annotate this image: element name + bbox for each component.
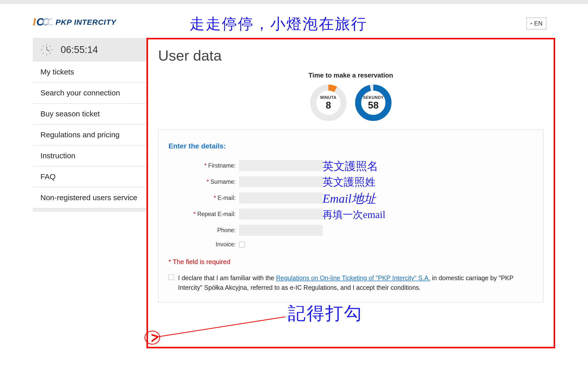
sidebar-item-buy-season[interactable]: Buy season ticket [33,103,146,124]
row-firstname: * Firstname: 英文護照名 [168,160,533,171]
svg-line-8 [43,46,44,47]
sidebar-item-regulations[interactable]: Regulations and pricing [33,124,146,145]
label-repeat-email: * Repeat E-mail: [168,211,239,218]
annotation-email: Email地址 [323,191,376,207]
row-invoice: Invoice: [168,241,533,248]
sidebar-item-faq[interactable]: FAQ [33,166,146,187]
checkbox-declaration[interactable] [168,274,174,280]
annotation-repeat-email: 再填一次email [323,208,385,222]
language-code: EN [534,20,543,27]
row-repeat-email: * Repeat E-mail: 再填一次email [168,209,533,219]
input-phone[interactable] [239,225,323,236]
main-content: User data Time to make a reservation MIN… [146,38,555,348]
svg-text:C: C [47,17,53,28]
label-invoice: Invoice: [168,241,239,248]
page-header: I C C C PKP INTERCITY 走走停停，小燈泡在旅行 ▾ EN [0,4,588,38]
page-title: User data [158,47,544,64]
reservation-timer: Time to make a reservation MINUTA 8 [158,71,544,122]
intercity-logo-icon: I C C C [33,17,53,28]
language-selector[interactable]: ▾ EN [527,18,546,29]
label-firstname: * Firstname: [168,162,239,169]
label-email: * E-mail: [168,195,239,201]
svg-text:I: I [33,17,36,28]
sidebar-item-nonregistered[interactable]: Non-registered users service [33,187,146,208]
timer-label: Time to make a reservation [158,71,544,79]
required-note: * The field is required [168,258,533,266]
input-email[interactable] [239,193,323,203]
row-declaration: I declare that I am familiar with the Re… [168,273,533,292]
row-email: * E-mail: Email地址 [168,193,533,203]
clock-icon [40,43,53,56]
brand-name: PKP INTERCITY [56,18,116,27]
second-unit: SEKUNDY [363,95,384,100]
row-surname: * Surname: 英文護照姓 [168,176,533,187]
svg-line-9 [50,53,51,54]
annotation-firstname: 英文護照名 [323,159,378,174]
sidebar: 06:55:14 My tickets Search your connecti… [33,38,146,212]
minute-unit: MINUTA [320,95,336,100]
label-phone: Phone: [168,227,239,234]
minute-value: 8 [326,100,331,110]
minute-dial: MINUTA 8 [309,84,347,122]
sidebar-item-my-tickets[interactable]: My tickets [33,62,146,83]
sidebar-item-instruction[interactable]: Instruction [33,145,146,166]
annotation-surname: 英文護照姓 [323,175,376,189]
input-repeat-email[interactable] [239,209,323,219]
regulations-link[interactable]: Regulations on On-line Ticketing of "PKP… [276,274,430,281]
row-phone: Phone: [168,225,533,236]
sidebar-footer-bar [33,208,146,212]
handwriting-blog-title: 走走停停，小燈泡在旅行 [189,14,367,34]
chevron-down-icon: ▾ [530,21,532,25]
input-surname[interactable] [239,176,323,187]
form-heading: Enter the details: [168,142,533,150]
browser-topbar [0,0,588,4]
brand-logo[interactable]: I C C C PKP INTERCITY [33,17,116,28]
clock-value: 06:55:14 [61,44,98,55]
declaration-text: I declare that I am familiar with the Re… [178,273,533,292]
input-firstname[interactable] [239,160,323,171]
svg-line-11 [50,46,51,47]
second-dial: SEKUNDY 58 [354,84,392,122]
label-surname: * Surname: [168,178,239,185]
sidebar-clock: 06:55:14 [33,38,146,62]
user-data-form: Enter the details: * Firstname: 英文護照名 * … [158,129,544,303]
svg-line-13 [47,50,50,51]
second-value: 58 [368,100,379,110]
sidebar-item-search-connection[interactable]: Search your connection [33,83,146,103]
svg-line-10 [43,53,44,54]
checkbox-invoice[interactable] [239,242,245,247]
